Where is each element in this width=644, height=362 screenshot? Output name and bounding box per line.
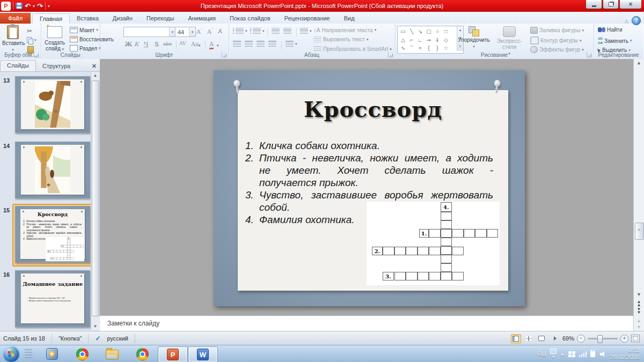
font-name-combo[interactable]: ▾	[123, 27, 176, 37]
close-panel-icon[interactable]: ✕	[92, 63, 97, 69]
paragraph-dialog-launcher[interactable]	[388, 52, 393, 57]
get-windows10-icon[interactable]	[568, 351, 575, 357]
clipboard-dialog-launcher[interactable]	[34, 52, 39, 57]
slide-title[interactable]: Кроссворд	[238, 97, 508, 122]
drawing-dialog-launcher[interactable]	[587, 52, 592, 57]
zoom-out-button[interactable]: −	[577, 335, 585, 343]
columns-button[interactable]: ▾	[286, 41, 297, 47]
tab-home[interactable]: Главная	[32, 13, 70, 24]
scroll-up-icon[interactable]: ▲	[634, 60, 644, 65]
shape-icon[interactable]: □	[442, 28, 450, 35]
reading-view-button[interactable]	[537, 334, 547, 343]
shape-icon[interactable]: ☆	[442, 45, 450, 52]
shape-icon[interactable]: ▢	[425, 28, 433, 35]
tab-view[interactable]: Вид	[337, 13, 362, 24]
shape-icon[interactable]: ╲	[407, 28, 416, 35]
tab-slides[interactable]: Слайды	[0, 60, 36, 71]
underline-button[interactable]: Ч	[144, 41, 149, 48]
scroll-down-icon[interactable]: ▼	[91, 323, 99, 330]
shape-icon[interactable]: ○	[433, 28, 442, 35]
tab-insert[interactable]: Вставка	[70, 13, 106, 24]
bullets-button[interactable]: ▾	[233, 28, 247, 34]
justify-button[interactable]	[268, 41, 276, 47]
shape-icon[interactable]: ⌐	[407, 36, 416, 43]
shape-icon[interactable]: ∟	[416, 36, 425, 43]
zoom-level[interactable]: 69%	[562, 335, 574, 342]
previous-slide-button[interactable]: ▲▲	[635, 300, 642, 307]
shape-icon[interactable]: ≈	[416, 45, 425, 52]
text-shadow-button[interactable]: S	[155, 41, 159, 48]
tab-animations[interactable]: Анимация	[181, 13, 223, 24]
normal-view-button[interactable]	[511, 334, 521, 343]
convert-smartart-button[interactable]: Преобразовать в SmartArt▾	[313, 46, 392, 52]
restore-button[interactable]	[603, 0, 619, 9]
arrange-button[interactable]: Упорядочить▾	[457, 25, 491, 49]
clock[interactable]: 0:53 29.02.2016	[610, 347, 642, 361]
align-right-button[interactable]	[257, 41, 265, 47]
change-case-button[interactable]: Aa	[191, 41, 199, 48]
shapes-gallery[interactable]: ▭╲↘▢○□△⌐∟⇒⇓◇∿⌒≈{}☆ ▲▼≡	[397, 26, 464, 54]
fit-to-window-button[interactable]	[631, 335, 640, 342]
tab-design[interactable]: Дизайн	[106, 13, 140, 24]
language-indicator[interactable]: русский	[104, 335, 131, 342]
shape-icon[interactable]: △	[399, 36, 407, 43]
paste-button[interactable]: Вставить▾	[2, 25, 24, 53]
slide-thumbnail-13[interactable]	[15, 76, 90, 133]
align-text-button[interactable]: Выровнять текст▾	[313, 36, 368, 42]
shape-icon[interactable]: ⌒	[407, 45, 416, 52]
font-color-button[interactable]: А	[209, 41, 214, 49]
notes-pane[interactable]: Заметки к слайду	[100, 315, 633, 331]
section-button[interactable]: Раздел▾	[70, 45, 101, 51]
shape-icon[interactable]: }	[433, 45, 442, 52]
shape-icon[interactable]: ⇓	[433, 36, 442, 43]
scroll-down-icon[interactable]: ▼	[634, 292, 644, 297]
zoom-slider[interactable]	[588, 338, 618, 339]
keyboard-language[interactable]: RU	[538, 351, 546, 357]
panel-scrollbar[interactable]: ▲ ▼	[91, 72, 99, 330]
crossword-grid[interactable]: 1.2.3.4.	[367, 202, 500, 285]
decrease-indent-button[interactable]	[272, 28, 280, 34]
start-button[interactable]	[3, 346, 19, 362]
power-icon[interactable]	[590, 351, 595, 357]
shape-fill-button[interactable]: Заливка фигуры▾	[530, 27, 584, 34]
align-left-button[interactable]	[233, 41, 241, 47]
text-direction-button[interactable]: ↕AНаправление текста▾	[313, 27, 376, 33]
spellcheck-icon[interactable]: ✓	[92, 335, 104, 342]
network-icon[interactable]	[579, 351, 587, 357]
volume-icon[interactable]	[600, 351, 606, 357]
taskbar-chrome2-button[interactable]	[128, 346, 157, 361]
increase-indent-button[interactable]	[283, 28, 291, 34]
tray-chevron-icon[interactable]: ▾	[552, 354, 554, 359]
align-center-button[interactable]	[245, 41, 253, 47]
slide-sorter-button[interactable]	[524, 334, 534, 343]
taskbar-word-button[interactable]: W	[188, 346, 218, 362]
collapse-ribbon-icon[interactable]: △	[625, 18, 628, 24]
shape-icon[interactable]: ▭	[399, 28, 407, 35]
zoom-slider-thumb[interactable]	[597, 335, 603, 343]
new-slide-button[interactable]: Создать слайд ▾	[42, 25, 68, 52]
notes-scroll-down-icon[interactable]: ▼	[634, 324, 644, 330]
shape-icon[interactable]: {	[425, 45, 433, 52]
shape-icon[interactable]: ↘	[416, 28, 425, 35]
minimize-button[interactable]	[586, 0, 602, 9]
font-size-combo[interactable]: 44▾	[175, 27, 196, 37]
bold-button[interactable]: Ж	[125, 41, 132, 48]
grow-font-button[interactable]: A˄	[196, 28, 202, 35]
find-button[interactable]: Найти	[598, 27, 623, 33]
font-dialog-launcher[interactable]	[222, 52, 227, 57]
shape-icon[interactable]: ◇	[442, 36, 450, 43]
hidden-icons-arrow[interactable]: ▲	[560, 352, 565, 357]
slideshow-button[interactable]	[550, 334, 560, 343]
close-button[interactable]: ×	[619, 0, 642, 9]
taskbar-wmp-button[interactable]	[38, 346, 67, 361]
numbering-button[interactable]: ▾	[250, 28, 265, 34]
zoom-in-button[interactable]: +	[620, 335, 628, 343]
scroll-thumb[interactable]	[635, 223, 644, 240]
taskbar-powerpoint-button[interactable]: P	[158, 346, 188, 362]
taskbar-explorer-button[interactable]	[98, 346, 127, 361]
help-button[interactable]: ?	[632, 16, 641, 25]
strikethrough-button[interactable]: abc	[163, 41, 172, 47]
shape-outline-button[interactable]: Контур фигуры▾	[530, 36, 581, 45]
tab-outline[interactable]: Структура	[36, 61, 77, 71]
tab-file[interactable]: Файл	[0, 13, 31, 24]
